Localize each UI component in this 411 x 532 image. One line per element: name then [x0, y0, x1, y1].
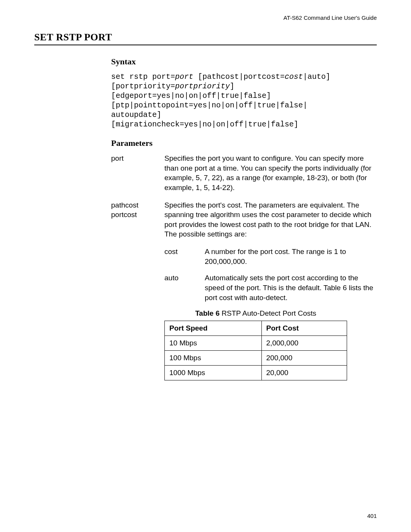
syntax-token: autoupdate]: [111, 110, 161, 119]
parameters-heading: Parameters: [111, 138, 377, 148]
table-row: 10 Mbps 2,000,000: [165, 336, 347, 351]
page-number: 401: [367, 513, 377, 519]
syntax-token: cost: [285, 72, 303, 81]
param-desc-pathcost: Specifies the port's cost. The parameter…: [164, 200, 377, 240]
cell-speed: 1000 Mbps: [165, 366, 262, 380]
syntax-token: portpriority: [175, 82, 230, 91]
param-row: pathcostportcost Specifies the port's co…: [111, 200, 377, 240]
param-term-line: pathcost: [111, 200, 164, 210]
table-row: 1000 Mbps 20,000: [165, 366, 347, 380]
sub-term-cost: cost: [164, 247, 205, 266]
cost-table: Port Speed Port Cost 10 Mbps 2,000,000 1…: [164, 321, 347, 380]
param-term-port: port: [111, 153, 164, 193]
cell-speed: 100 Mbps: [165, 351, 262, 366]
sub-term-auto: auto: [164, 273, 205, 302]
sub-param-row: auto Automatically sets the port cost ac…: [164, 273, 377, 302]
syntax-token: |auto]: [303, 72, 330, 81]
syntax-token: [portpriority=: [111, 82, 175, 91]
syntax-token: [migrationcheck=yes|no|on|off|true|false…: [111, 120, 298, 129]
table-caption: Table 6 RSTP Auto-Detect Port Costs: [164, 309, 347, 318]
table-header-row: Port Speed Port Cost: [165, 321, 347, 336]
cell-cost: 2,000,000: [261, 336, 347, 351]
param-row: port Specifies the port you want to conf…: [111, 153, 377, 193]
syntax-token: [pathcost|portcost=: [193, 72, 285, 81]
col-port-cost: Port Cost: [261, 321, 347, 336]
syntax-token: [ptp|pointtopoint=yes|no|on|off|true|fal…: [111, 101, 307, 110]
sub-param-block: cost A number for the port cost. The ran…: [164, 247, 377, 302]
syntax-heading: Syntax: [111, 57, 377, 67]
syntax-code-block: set rstp port=port [pathcost|portcost=co…: [111, 72, 377, 129]
syntax-token: port: [175, 72, 193, 81]
cell-cost: 20,000: [261, 366, 347, 380]
running-header: AT-S62 Command Line User's Guide: [34, 14, 377, 21]
param-desc-port: Specifies the port you want to configure…: [164, 153, 377, 193]
table-row: 100 Mbps 200,000: [165, 351, 347, 366]
table-caption-bold: Table 6: [195, 309, 220, 317]
col-port-speed: Port Speed: [165, 321, 262, 336]
content-column: Syntax set rstp port=port [pathcost|port…: [111, 57, 377, 380]
syntax-token: set rstp port=: [111, 72, 175, 81]
cell-speed: 10 Mbps: [165, 336, 262, 351]
sub-desc-auto: Automatically sets the port cost accordi…: [205, 273, 377, 302]
table-caption-rest: RSTP Auto-Detect Port Costs: [220, 309, 316, 317]
param-term-pathcost: pathcostportcost: [111, 200, 164, 240]
cell-cost: 200,000: [261, 351, 347, 366]
syntax-token: [edgeport=yes|no|on|off|true|false]: [111, 91, 271, 100]
syntax-token: ]: [230, 82, 234, 91]
param-term-line: portcost: [111, 210, 164, 220]
page: AT-S62 Command Line User's Guide SET RST…: [0, 0, 411, 532]
sub-param-row: cost A number for the port cost. The ran…: [164, 247, 377, 266]
sub-desc-cost: A number for the port cost. The range is…: [205, 247, 377, 266]
section-title: SET RSTP PORT: [34, 32, 377, 45]
